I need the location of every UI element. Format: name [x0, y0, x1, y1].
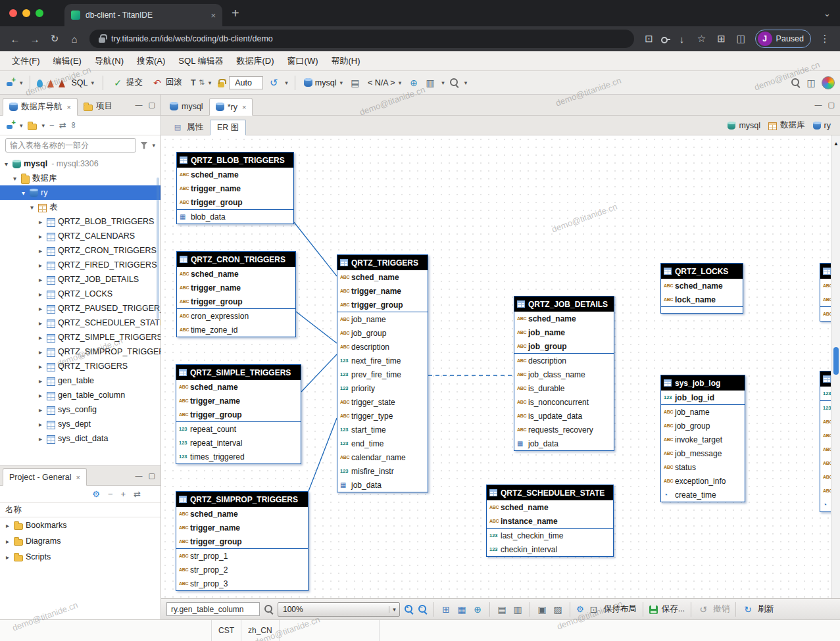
- password-key-icon[interactable]: [660, 34, 671, 44]
- entity-column[interactable]: ABCstr_prop_1: [176, 549, 308, 563]
- entity-column[interactable]: 123job_log_id: [661, 391, 745, 404]
- tree-item-数据库[interactable]: ▾数据库: [0, 171, 161, 185]
- entity-column[interactable]: 123: [820, 387, 831, 400]
- entity-column[interactable]: ▦job_data: [337, 478, 428, 492]
- expand-icon[interactable]: ▸: [37, 218, 44, 226]
- entity-column[interactable]: 123priority: [337, 381, 428, 395]
- browser-menu-icon[interactable]: ⋮: [816, 33, 833, 45]
- tab-project-general[interactable]: Project - General ×: [3, 468, 87, 486]
- entity-column[interactable]: ABCis_durable: [514, 381, 614, 395]
- notation-icon[interactable]: ▤: [496, 604, 508, 615]
- entity-header[interactable]: QRTZ_SIMPLE_TRIGGERS: [176, 365, 301, 380]
- tree-item-ry[interactable]: ▾ry: [0, 185, 161, 200]
- minimize-panel-icon[interactable]: —: [136, 101, 143, 109]
- entity-column[interactable]: ABCjob_group: [514, 339, 614, 353]
- er-connection-1[interactable]: [294, 222, 337, 276]
- zoom-dropdown-icon[interactable]: ▾: [389, 606, 399, 613]
- entity-column[interactable]: ABCjob_name: [337, 312, 428, 326]
- window-zoom-button[interactable]: [36, 9, 43, 17]
- commit-button[interactable]: ✓ 提交: [110, 76, 145, 89]
- er-connection-3[interactable]: [301, 354, 337, 392]
- tab-database-navigator[interactable]: 数据库导航 ×: [3, 98, 78, 116]
- tree-item-QRTZ_SIMPROP_TRIGGERS[interactable]: ▸QRTZ_SIMPROP_TRIGGERS: [0, 344, 161, 359]
- undo-icon[interactable]: ↺: [697, 604, 709, 615]
- entity-column[interactable]: 123end_time: [337, 437, 428, 450]
- entity-column[interactable]: ABCjob_name: [514, 325, 614, 339]
- entity-column[interactable]: 123next_fire_time: [337, 354, 428, 368]
- print-icon[interactable]: ▣: [536, 604, 548, 615]
- connection-dropdown-icon[interactable]: ▾: [20, 122, 23, 129]
- entity-column[interactable]: ABCsched_name: [487, 500, 613, 514]
- entity-clipped[interactable]: ABCABCABC: [820, 263, 831, 321]
- window-close-button[interactable]: [9, 9, 17, 17]
- entity-QRTZ_CRON_TRIGGERS[interactable]: QRTZ_CRON_TRIGGERSABCsched_nameABCtrigge…: [176, 251, 296, 337]
- entity-column[interactable]: ABCsched_name: [661, 279, 743, 293]
- attributes-view-icon[interactable]: ▥: [512, 604, 524, 615]
- entity-column[interactable]: ABCsched_name: [176, 507, 308, 521]
- back-icon[interactable]: ←: [7, 34, 24, 45]
- entity-column[interactable]: 123last_checkin_time: [487, 529, 613, 542]
- entity-column[interactable]: 123times_triggered: [176, 450, 301, 463]
- tree-item-QRTZ_LOCKS[interactable]: ▸QRTZ_LOCKS: [0, 287, 161, 301]
- zoom-out-icon[interactable]: −: [418, 604, 428, 614]
- entity-column[interactable]: ABCcron_expression: [177, 309, 295, 323]
- rollback-button[interactable]: ↶ 回滚: [149, 76, 184, 89]
- expand-icon[interactable]: ▸: [4, 554, 11, 561]
- tree-item-sys_config[interactable]: ▸sys_config: [0, 402, 161, 417]
- layout-panel-icon[interactable]: ◫: [805, 78, 817, 88]
- entity-column[interactable]: ABCjob_message: [661, 446, 745, 460]
- tree-item-sys_dict_data[interactable]: ▸sys_dict_data: [0, 431, 161, 446]
- maximize-panel-icon[interactable]: ▢: [149, 471, 155, 480]
- auto-commit-combo[interactable]: Auto: [229, 76, 263, 89]
- entity-QRTZ_SIMPLE_TRIGGERS[interactable]: QRTZ_SIMPLE_TRIGGERSABCsched_nameABCtrig…: [176, 364, 301, 464]
- tree-item-QRTZ_FIRED_TRIGGERS[interactable]: ▸QRTZ_FIRED_TRIGGERS: [0, 258, 161, 272]
- project-item-Diagrams[interactable]: ▸Diagrams: [0, 533, 161, 549]
- expand-icon[interactable]: ▸: [37, 377, 44, 385]
- entity-column[interactable]: ABCstr_prop_3: [176, 577, 308, 590]
- entity-column[interactable]: 123start_time: [337, 423, 428, 437]
- sync-icon[interactable]: ⇄: [59, 120, 66, 130]
- expand-icon[interactable]: ▸: [37, 334, 44, 341]
- entity-header[interactable]: [820, 264, 831, 279]
- context-schema[interactable]: ry: [813, 121, 831, 130]
- menu-item-5[interactable]: SQL 编辑器: [172, 55, 230, 67]
- tree-item-QRTZ_BLOB_TRIGGERS[interactable]: ▸QRTZ_BLOB_TRIGGERS: [0, 214, 161, 229]
- er-connection-4[interactable]: [309, 418, 337, 491]
- refresh-button[interactable]: 刷新: [758, 604, 774, 615]
- table-search-input[interactable]: [5, 138, 136, 153]
- entity-column[interactable]: ABClock_name: [661, 293, 743, 306]
- entity-column[interactable]: ABCjob_group: [337, 326, 428, 340]
- entity-column[interactable]: ABCdescription: [514, 354, 614, 368]
- expand-icon[interactable]: ▸: [4, 538, 11, 545]
- entity-QRTZ_JOB_DETAILS[interactable]: QRTZ_JOB_DETAILSABCsched_nameABCjob_name…: [514, 296, 614, 451]
- maximize-panel-icon[interactable]: ▢: [828, 101, 835, 109]
- tree-item-sys_dept[interactable]: ▸sys_dept: [0, 417, 161, 431]
- entity-column[interactable]: ABCsched_name: [177, 168, 293, 181]
- maximize-panel-icon[interactable]: ▢: [149, 101, 155, 109]
- entity-column[interactable]: ABCsched_name: [514, 312, 614, 325]
- entity-column[interactable]: 123prev_fire_time: [337, 368, 428, 381]
- diagram-search-input[interactable]: [166, 602, 260, 616]
- entity-column[interactable]: ABC: [820, 456, 831, 470]
- entity-column[interactable]: 123misfire_instr: [337, 464, 428, 478]
- expand-icon[interactable]: ▸: [37, 435, 44, 442]
- undo-button[interactable]: 撤销: [713, 604, 729, 615]
- entity-column[interactable]: ABC: [820, 429, 831, 442]
- context-connection[interactable]: mysql: [728, 121, 760, 130]
- expand-icon[interactable]: +: [121, 489, 126, 499]
- download-icon[interactable]: ↓: [674, 34, 691, 45]
- entity-column[interactable]: ABCtrigger_group: [337, 298, 428, 312]
- entity-header[interactable]: QRTZ_SIMPROP_TRIGGERS: [176, 492, 308, 507]
- new-connection-dropdown-icon[interactable]: ▾: [20, 80, 23, 86]
- entity-clipped[interactable]: 123123ABCABCABCABCABCABC◔: [820, 371, 831, 512]
- export-image-icon[interactable]: ▨: [552, 604, 564, 615]
- entity-column[interactable]: ABCtrigger_name: [176, 521, 308, 534]
- entity-column[interactable]: ABCtrigger_name: [177, 281, 295, 295]
- expand-icon[interactable]: ▸: [37, 348, 44, 356]
- expand-icon[interactable]: ▸: [37, 305, 44, 312]
- entity-header[interactable]: QRTZ_TRIGGERS: [337, 255, 428, 270]
- scrollbar-thumb[interactable]: [833, 347, 839, 375]
- connection-selector[interactable]: mysql▾: [302, 77, 345, 89]
- minimize-panel-icon[interactable]: —: [136, 471, 143, 480]
- user-avatar[interactable]: [822, 76, 835, 89]
